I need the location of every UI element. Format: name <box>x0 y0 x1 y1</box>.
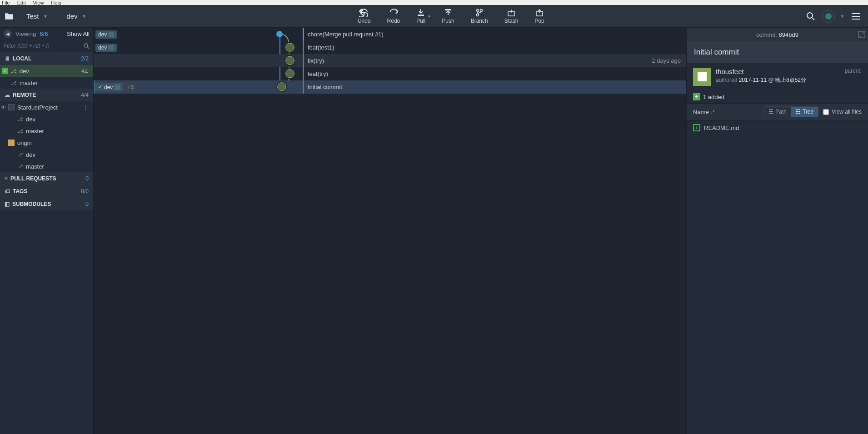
remote-section[interactable]: ☁ REMOTE 4/4 <box>0 89 93 101</box>
view-all-checkbox-input[interactable] <box>823 109 829 115</box>
undo-button[interactable]: Undo <box>353 7 375 26</box>
pull-icon <box>417 9 425 17</box>
commit-node[interactable] <box>276 81 287 92</box>
chevron-down-icon: ▼ <box>44 14 48 19</box>
stash-button[interactable]: Stash <box>500 7 523 26</box>
sidebar-branch-dev[interactable]: ✓ ⎇ dev 4∠ <box>0 65 93 77</box>
hamburger-icon <box>852 13 860 20</box>
sidebar-remote-stardust[interactable]: 👁 StardustProject ⋮ <box>0 101 93 113</box>
commit-row[interactable]: dev+1Initial commit <box>94 80 686 94</box>
svg-rect-0 <box>418 15 424 16</box>
pull-requests-section[interactable]: ⑂ PULL REQUESTS 0 <box>0 172 93 185</box>
commit-row[interactable]: feat(try) <box>94 67 686 80</box>
back-button[interactable]: ◀ <box>4 30 12 38</box>
svg-rect-10 <box>858 31 865 38</box>
branch-label: dev <box>26 116 35 123</box>
commit-detail: commit: 894bd9 Initial commit thousfeet … <box>686 28 868 434</box>
remote-avatar-icon <box>8 140 15 146</box>
settings-button[interactable] <box>822 10 835 23</box>
check-icon: ✓ <box>2 68 8 74</box>
commit-node[interactable] <box>284 55 295 66</box>
branch-badge: 4∠ <box>81 68 89 74</box>
branch-tag[interactable]: dev <box>95 83 123 91</box>
submodules-section[interactable]: ◧ SUBMODULES 0 <box>0 198 93 210</box>
push-button[interactable]: Push <box>437 7 459 26</box>
branch-tag[interactable]: dev <box>95 30 117 39</box>
svg-rect-1 <box>445 9 451 10</box>
push-label: Push <box>442 18 454 24</box>
more-refs-badge[interactable]: +1 <box>125 83 136 91</box>
author-avatar <box>693 68 711 86</box>
changes-summary: 1 added <box>703 94 724 100</box>
stash-icon <box>507 9 515 17</box>
pr-count: 0 <box>85 175 89 182</box>
show-all-button[interactable]: Show All <box>67 30 90 37</box>
added-icon: + <box>693 93 700 100</box>
breadcrumb-branch-label: dev <box>66 12 77 20</box>
chevron-down-icon[interactable]: ▼ <box>427 15 431 19</box>
branch-button[interactable]: Branch <box>466 7 493 26</box>
commit-message: feat(try) <box>303 67 586 80</box>
local-section[interactable]: 🖥 LOCAL 2/2 <box>0 52 93 65</box>
filter-input[interactable] <box>4 43 83 49</box>
name-sort-button[interactable]: Name ↓² <box>693 109 714 115</box>
branch-icon: ⎇ <box>17 116 23 122</box>
redo-button[interactable]: Redo <box>383 7 405 26</box>
sidebar-remote-branch[interactable]: ⎇dev <box>0 113 93 125</box>
sidebar: ◀ Viewing 6/6 Show All 🖥 LOCAL 2/2 ✓ ⎇ d… <box>0 28 94 434</box>
path-view-button[interactable]: ☰Path <box>764 107 791 117</box>
branch-icon: ⎇ <box>17 164 23 170</box>
remote-title: REMOTE <box>13 92 36 98</box>
search-button[interactable] <box>805 10 817 22</box>
more-icon[interactable]: ⋮ <box>82 104 89 111</box>
sidebar-remote-origin[interactable]: origin <box>0 137 93 149</box>
sidebar-remote-branch[interactable]: ⎇dev <box>0 149 93 160</box>
branch-label: dev <box>20 68 29 75</box>
sidebar-branch-master[interactable]: ⎇ master <box>0 77 93 89</box>
file-row[interactable]: + README.md <box>687 120 868 135</box>
menu-button[interactable] <box>850 10 862 22</box>
repo-folder-button[interactable] <box>0 5 18 28</box>
tags-section[interactable]: 🏷 TAGS 0/0 <box>0 185 93 198</box>
commit-row[interactable]: fix(try)2 days ago <box>94 54 686 67</box>
breadcrumb-branch[interactable]: dev ▼ <box>58 5 97 28</box>
sidebar-remote-branch[interactable]: ⎇master <box>0 125 93 137</box>
pop-button[interactable]: Pop <box>530 7 549 26</box>
tree-icon: ☷ <box>796 109 801 115</box>
commit-hash[interactable]: 894bd9 <box>779 31 798 38</box>
pull-label: Pull <box>416 18 425 24</box>
redo-icon <box>389 9 399 17</box>
sort-icon: ↓² <box>711 110 714 115</box>
branch-label: Branch <box>471 18 488 24</box>
author-name: thousfeet <box>716 68 806 75</box>
expand-icon[interactable] <box>858 31 865 38</box>
remote-avatar-icon <box>8 104 15 110</box>
commit-node[interactable] <box>284 68 295 79</box>
commit-node[interactable] <box>284 42 295 53</box>
breadcrumb-repo[interactable]: Test ▼ <box>18 5 58 28</box>
commit-time: 2 days ago <box>652 57 681 64</box>
commit-graph: devchore(Merge pull request #1)devfeat(t… <box>94 28 686 434</box>
undo-icon <box>359 9 369 17</box>
tree-view-button[interactable]: ☷Tree <box>791 107 818 117</box>
viewing-label: Viewing <box>15 30 36 37</box>
local-title: LOCAL <box>13 55 31 62</box>
sidebar-remote-branch[interactable]: ⎇master <box>0 160 93 172</box>
tags-title: TAGS <box>13 188 27 195</box>
remote-label: origin <box>17 140 32 146</box>
pull-button[interactable]: Pull ▼ <box>412 7 430 26</box>
commit-row[interactable]: devfeat(test1) <box>94 41 686 54</box>
tag-icon: 🏷 <box>5 188 10 195</box>
local-count: 2/2 <box>81 55 89 62</box>
view-all-files-checkbox[interactable]: View all files <box>823 109 862 115</box>
commit-node[interactable] <box>276 31 283 37</box>
chevron-down-icon: ▼ <box>82 14 86 19</box>
search-icon <box>806 12 815 21</box>
submodule-icon: ◧ <box>5 201 10 207</box>
chevron-down-icon[interactable]: ▼ <box>840 14 844 19</box>
branch-tag[interactable]: dev <box>95 44 117 52</box>
commit-message: chore(Merge pull request #1) <box>303 28 586 41</box>
commit-row[interactable]: devchore(Merge pull request #1) <box>94 28 686 41</box>
eye-icon[interactable]: 👁 <box>1 105 6 110</box>
search-icon[interactable] <box>83 43 90 49</box>
